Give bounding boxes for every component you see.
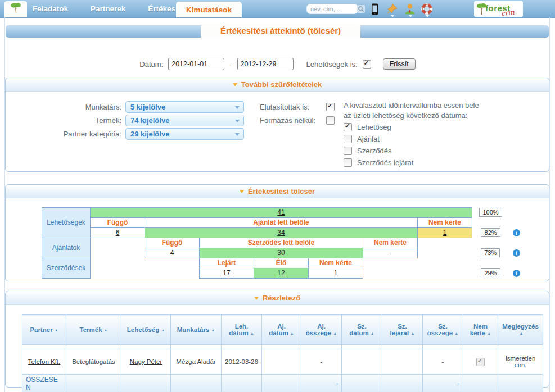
total-offer-amount: -	[301, 375, 342, 392]
date-from-input[interactable]	[168, 58, 224, 70]
details-header-row: Partner Termék Lehetőség Munkatárs Leh. …	[22, 315, 543, 345]
funnel-opportunities-total-link[interactable]: 41	[277, 208, 285, 216]
col-munkatars[interactable]: Munkatárs	[171, 315, 222, 345]
nav-tab-partnerek[interactable]: Partnerek	[91, 4, 125, 13]
user-icon[interactable]	[404, 3, 416, 15]
info-icon[interactable]: i	[513, 270, 520, 277]
col-partner[interactable]: Partner	[22, 315, 66, 345]
sort-asc-icon	[410, 331, 414, 335]
rejected-also-label: Elutasítottak is:	[260, 103, 321, 111]
funnel-contracts-live-header: Élő	[254, 258, 309, 268]
funnel-opp-converted-header: Ajánlat lett belőle	[145, 218, 418, 228]
funnel-contracts-declined-header: Nem kérte	[309, 258, 363, 268]
tree-logo-icon	[9, 2, 22, 17]
sort-asc-icon	[250, 331, 254, 335]
opportunity-link[interactable]: Nagy Péter	[130, 358, 163, 365]
col-leh-datum[interactable]: Leh. dátum	[222, 315, 262, 345]
interval-contract-expiry-checkbox[interactable]	[344, 158, 352, 167]
date-separator: -	[229, 60, 232, 69]
funnel-pct-cell: 82%	[472, 228, 509, 238]
collapse-icon	[254, 297, 259, 300]
interval-opportunity-checkbox[interactable]	[344, 123, 352, 131]
table-row: Telefon Kft. Beteglátogatás Nagy Péter M…	[22, 349, 543, 375]
chevron-down-icon	[235, 106, 240, 109]
partner-category-filter-dropdown[interactable]: 29 kijelölve	[125, 128, 244, 140]
refresh-button[interactable]: Frissít	[383, 58, 416, 70]
no-formatting-checkbox[interactable]	[326, 116, 335, 125]
user-dropdown-caret	[409, 15, 412, 17]
col-megjegyzes[interactable]: Megjegyzés	[498, 315, 543, 345]
funnel-opportunities-total-bar: 41	[91, 208, 472, 218]
collapse-icon	[233, 83, 237, 86]
funnel-pct-cell: 100%	[472, 208, 509, 218]
interval-contract-expiry-label: Szerződés lejárat	[357, 158, 413, 167]
date-to-input[interactable]	[237, 58, 294, 70]
interval-opportunity-label: Lehetőség	[357, 123, 391, 131]
funnel-row-label-opportunities: Lehetőségek	[42, 208, 91, 238]
sort-asc-icon	[211, 328, 215, 332]
pin-icon[interactable]	[386, 3, 398, 15]
product-filter-dropdown[interactable]: 74 kijelölve	[125, 115, 244, 126]
funnel-offers-converted-header: Szerződés lett belőle	[200, 238, 363, 248]
col-aj-osszege[interactable]: Aj. összege	[301, 315, 342, 345]
interval-offer-checkbox[interactable]	[344, 135, 352, 143]
sort-asc-icon	[290, 331, 294, 335]
sort-asc-icon	[371, 331, 374, 335]
mobile-phone-icon[interactable]	[368, 3, 381, 15]
col-aj-datum[interactable]: Aj. dátum	[262, 315, 301, 345]
filter-selects: Munkatárs: 5 kijelölve Termék: 74 kijelö…	[6, 101, 244, 142]
opportunities-also-checkbox[interactable]	[363, 60, 371, 69]
home-tab[interactable]	[4, 1, 27, 17]
page-title: Értékesítési áttekintő (tölcsér)	[201, 24, 360, 38]
sort-asc-icon	[487, 331, 491, 335]
col-termek[interactable]: Termék	[66, 315, 121, 345]
help-dropdown-caret	[426, 15, 429, 17]
partner-link[interactable]: Telefon Kft.	[28, 358, 61, 365]
rejected-also-checkbox[interactable]	[326, 103, 335, 111]
employee-filter-dropdown[interactable]: 5 kijelölve	[125, 101, 244, 113]
cell-partner: Telefon Kft.	[22, 349, 66, 375]
funnel-opp-converted-value: 34	[145, 228, 418, 238]
details-section: Részletező Partner Termék Lehetőség Munk…	[5, 291, 549, 388]
details-section-header[interactable]: Részletező	[6, 291, 549, 305]
funnel-opp-declined-header: Nem kérte	[418, 218, 472, 228]
interval-contract-checkbox[interactable]	[344, 147, 352, 155]
date-label: Dátum:	[139, 60, 163, 69]
cell-opportunity: Nagy Péter	[121, 349, 171, 375]
funnel-offers-pending-header: Függő	[145, 238, 200, 248]
sort-asc-icon	[520, 331, 524, 335]
sort-asc-icon	[161, 328, 165, 332]
details-table: Partner Termék Lehetőség Munkatárs Leh. …	[22, 314, 543, 392]
col-lehetoseg[interactable]: Lehetőség	[121, 315, 171, 345]
info-icon[interactable]: i	[513, 229, 520, 236]
nav-tab-kimutatasok-active[interactable]: Kimutatások	[176, 2, 242, 17]
no-formatting-label: Formázás nélkül:	[260, 116, 321, 125]
funnel-section: Értékesítési tölcsér Lehetőségek 41 100%…	[5, 184, 549, 281]
col-sz-osszege[interactable]: Sz. összege	[423, 315, 463, 345]
search-input[interactable]	[306, 4, 358, 14]
cell-product: Beteglátogatás	[66, 349, 121, 375]
nav-tab-feladatok[interactable]: Feladatok	[33, 4, 68, 13]
filters-section-header[interactable]: További szűrőfeltételek	[6, 78, 549, 92]
cell-note: Ismeretlen cím.	[498, 349, 543, 375]
cell-contract-amount: -	[423, 349, 463, 375]
funnel-opportunities-total-pct: 100%	[479, 208, 502, 217]
funnel-opp-declined-value: 1	[418, 228, 472, 238]
filters-section: További szűrőfeltételek Munkatárs: 5 kij…	[5, 78, 549, 172]
funnel-section-header[interactable]: Értékesítési tölcsér	[6, 185, 549, 198]
funnel-contracts-expired-header: Lejárt	[200, 258, 254, 268]
help-lifering-icon[interactable]	[421, 3, 433, 15]
search-icon[interactable]	[355, 3, 367, 15]
interval-filter-block: A kiválasztott időintervallumba essen be…	[344, 101, 540, 167]
col-sz-lejarat[interactable]: Sz. lejárat	[382, 315, 423, 345]
product-filter-label: Termék:	[6, 116, 125, 125]
cell-contract-expiry	[382, 349, 423, 375]
col-nem-kerte[interactable]: Nem kérte	[463, 315, 498, 345]
chevron-down-icon	[235, 133, 240, 136]
employee-filter-label: Munkatárs:	[6, 103, 125, 111]
details-spacer-row	[22, 345, 543, 349]
col-sz-datum[interactable]: Sz. dátum	[342, 315, 382, 345]
pin-dropdown-caret	[391, 15, 394, 17]
filter-checkboxes: Elutasítottak is: Formázás nélkül:	[260, 101, 335, 128]
info-icon[interactable]: i	[513, 249, 520, 257]
